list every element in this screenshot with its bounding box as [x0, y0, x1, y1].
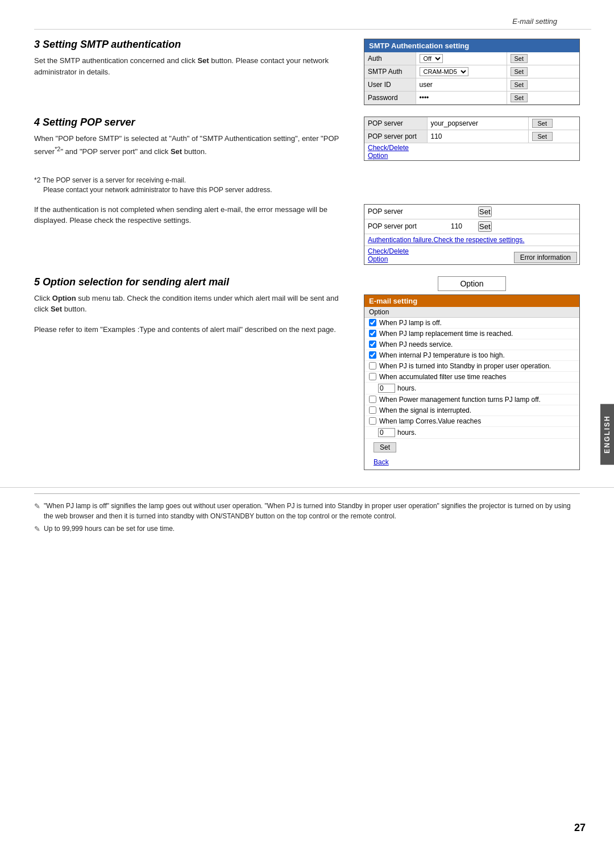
- table-row-links: Check/Delete Option: [364, 143, 579, 161]
- field-value-auth: Off: [416, 52, 507, 65]
- footnote-divider: [34, 493, 580, 494]
- section-4-left: 4 Setting POP server When "POP before SM…: [34, 117, 347, 161]
- table-row: POP server Set: [364, 205, 579, 219]
- auth-select[interactable]: Off: [420, 54, 443, 63]
- section-4b-body: If the authentication is not completed w…: [34, 204, 347, 226]
- set-smtp-auth-button[interactable]: Set: [511, 67, 528, 76]
- checkbox-service[interactable]: [369, 340, 376, 348]
- section-3-title: 3 Setting SMTP authentication: [34, 39, 347, 51]
- section-4b-left: If the authentication is not completed w…: [34, 204, 347, 265]
- option-set-button[interactable]: Set: [374, 442, 396, 452]
- check-delete-link-err[interactable]: Check/Delete: [368, 247, 409, 255]
- section-3-left: 3 Setting SMTP authentication Set the SM…: [34, 39, 347, 105]
- back-link[interactable]: Back: [369, 457, 575, 467]
- option-item-label: When accumulated filter use time reaches: [379, 373, 506, 381]
- pop-footnote: *2 The POP server is a server for receiv…: [34, 176, 580, 195]
- error-info-button[interactable]: Error information: [514, 252, 577, 263]
- table-row: Password •••• Set: [364, 92, 579, 105]
- checkbox-filter[interactable]: [369, 373, 376, 380]
- option-item-label: When Power management function turns PJ …: [379, 396, 541, 404]
- set-pop-port-button[interactable]: Set: [532, 132, 553, 141]
- option-item-label: When internal PJ temperature is too high…: [379, 351, 505, 359]
- option-hours-corres: hours.: [364, 427, 579, 439]
- section-5-title: 5 Option selection for sending alert mai…: [34, 276, 347, 288]
- corres-hours-input[interactable]: [378, 428, 395, 437]
- checkbox-lamp-replace[interactable]: [369, 330, 376, 337]
- set-userid-button[interactable]: Set: [511, 80, 528, 89]
- field-value-pop-port-err: 110: [447, 219, 475, 234]
- section-4: 4 Setting POP server When "POP before SM…: [34, 117, 580, 161]
- page-number: 27: [574, 822, 586, 834]
- option-link-1[interactable]: Option: [368, 152, 388, 160]
- section-5-body: Click Option sub menu tab. Check the con…: [34, 293, 347, 315]
- field-value-smtp-auth: CRAM-MD5: [416, 65, 507, 78]
- option-item-label: When PJ lamp replacement time is reached…: [379, 330, 513, 338]
- checkbox-standby[interactable]: [369, 362, 376, 369]
- field-label-pop-port-err: POP server port: [364, 219, 447, 234]
- footnote-subtext-2: Please contact your network administrato…: [34, 186, 272, 194]
- table-row-links-err: Check/Delete Option Error information: [364, 246, 579, 264]
- field-value-pop-port: 110: [427, 130, 528, 143]
- option-item-signal: When the signal is interrupted.: [364, 405, 579, 416]
- field-value-pop-server-err: [447, 205, 475, 219]
- section-5-right: Option E-mail setting Option When PJ lam…: [364, 276, 580, 470]
- check-delete-link[interactable]: Check/Delete: [368, 144, 409, 152]
- footnote-item-1: ✎ "When PJ lamp is off" signifies the la…: [34, 501, 580, 521]
- checkbox-power-mgmt[interactable]: [369, 396, 376, 403]
- footnote-icon-1: ✎: [34, 501, 40, 521]
- footnote-text-2: Up to 99,999 hours can be set for use ti…: [44, 524, 175, 535]
- option-item-lamp-replace: When PJ lamp replacement time is reached…: [364, 329, 579, 339]
- hours-label-corres: hours.: [397, 429, 416, 437]
- section-4-right: POP server your_popserver Set POP server…: [364, 117, 580, 161]
- table-row: Auth Off Set: [364, 52, 579, 65]
- section-4-body: When "POP before SMTP" is selected at "A…: [34, 133, 347, 157]
- set-auth-button[interactable]: Set: [511, 54, 528, 63]
- table-row: POP server your_popserver Set: [364, 117, 579, 130]
- option-panel: E-mail setting Option When PJ lamp is of…: [364, 294, 580, 470]
- pop-server-table: POP server your_popserver Set POP server…: [364, 117, 580, 161]
- option-panel-header: E-mail setting: [364, 295, 579, 307]
- section-3: 3 Setting SMTP authentication Set the SM…: [34, 39, 580, 105]
- option-item-corres: When lamp Corres.Value reaches: [364, 416, 579, 427]
- smtp-auth-select[interactable]: CRAM-MD5: [420, 67, 468, 76]
- table-row: POP server port 110 Set: [364, 130, 579, 143]
- option-link-err[interactable]: Option: [368, 255, 388, 263]
- option-item-label: When the signal is interrupted.: [379, 406, 471, 414]
- smtp-table-header: SMTP Authentication setting: [364, 39, 579, 52]
- set-pop-server-button[interactable]: Set: [532, 119, 553, 128]
- page-title: E-mail setting: [512, 17, 557, 26]
- field-label-auth: Auth: [364, 52, 416, 65]
- filter-hours-input[interactable]: [378, 384, 395, 393]
- set-password-button[interactable]: Set: [511, 93, 528, 102]
- checkbox-signal[interactable]: [369, 406, 376, 414]
- english-label: ENGLISH: [603, 415, 611, 453]
- checkbox-temp[interactable]: [369, 351, 376, 359]
- field-value-pop-server: your_popserver: [427, 117, 528, 130]
- field-label-pop-server-err: POP server: [364, 205, 447, 219]
- field-label-password: Password: [364, 92, 416, 105]
- footnote-item-2: ✎ Up to 99,999 hours can be set for use …: [34, 524, 580, 535]
- page-header-label: E-mail setting: [34, 11, 591, 30]
- section-3-right: SMTP Authentication setting Auth Off Set: [364, 39, 580, 105]
- footnotes-section: ✎ "When PJ lamp is off" signifies the la…: [0, 487, 614, 535]
- field-value-password: ••••: [416, 92, 507, 105]
- field-label-userid: User ID: [364, 78, 416, 92]
- option-item-label: When PJ lamp is off.: [379, 319, 442, 327]
- smtp-auth-table: SMTP Authentication setting Auth Off Set: [364, 39, 580, 105]
- option-item-lamp-off: When PJ lamp is off.: [364, 318, 579, 329]
- set-pop-port-err-button[interactable]: Set: [478, 221, 492, 232]
- checkbox-corres[interactable]: [369, 417, 376, 425]
- section-4b: If the authentication is not completed w…: [34, 204, 580, 265]
- option-item-label: When PJ needs service.: [379, 340, 453, 348]
- field-label-smtp-auth: SMTP Auth: [364, 65, 416, 78]
- option-item-temp: When internal PJ temperature is too high…: [364, 350, 579, 361]
- section-5: 5 Option selection for sending alert mai…: [34, 276, 580, 470]
- option-title-label: Option: [460, 279, 483, 288]
- checkbox-lamp-off[interactable]: [369, 319, 376, 326]
- option-panel-subheader: Option: [364, 307, 579, 318]
- footnote-icon-2: ✎: [34, 524, 40, 535]
- set-pop-server-err-button[interactable]: Set: [478, 206, 492, 217]
- table-row: User ID user Set: [364, 78, 579, 92]
- hours-label-filter: hours.: [397, 384, 416, 392]
- english-sidebar: ENGLISH: [600, 404, 614, 464]
